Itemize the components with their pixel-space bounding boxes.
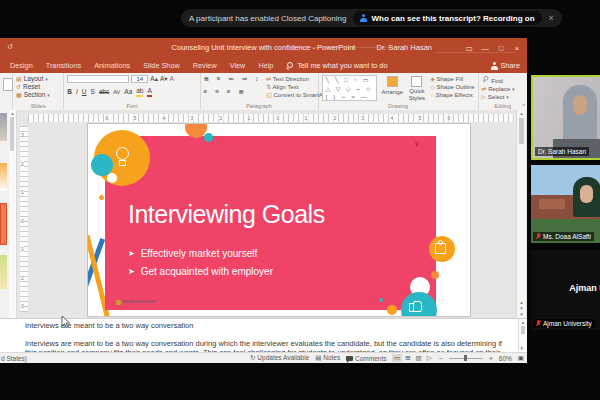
editing-group: Find ⇄ Replace ▾ ▷ Select ▾ Editing ^ — [479, 73, 527, 110]
zoom-in-button[interactable]: + — [489, 355, 493, 362]
tab-transitions[interactable]: Transitions — [46, 61, 81, 70]
normal-view-icon[interactable]: ▭ — [392, 354, 401, 362]
slide-work-area: ▴ 65 43 21 01 23 45 6 32 10 12 3 — [0, 110, 527, 318]
logo-emblem — [116, 300, 121, 305]
close-icon[interactable]: × — [509, 44, 525, 53]
slide-canvas[interactable]: 3 Interviewing Goals ➤ Effectively marke… — [88, 124, 470, 316]
slides-group: ▤Layout▾ ↺Reset ▦Section▾ Slides — [13, 73, 64, 110]
new-slide-button-partial[interactable] — [0, 73, 13, 110]
tab-view[interactable]: View — [230, 61, 246, 70]
thumb-scroll-up-icon[interactable]: ▴ — [11, 110, 14, 116]
slide-thumbnail-3-selected[interactable] — [0, 203, 7, 245]
bullet-arrow-icon: ➤ — [128, 267, 135, 276]
comments-toggle[interactable]: Comments — [346, 355, 386, 362]
align-text-button[interactable]: ⇅ Align Text — [266, 83, 326, 91]
find-button[interactable]: Find — [482, 75, 524, 85]
shape-effects-button[interactable]: ◌ Shape Effects — [430, 91, 474, 99]
transcript-visibility-button[interactable]: Who can see this transcript? Recording o… — [353, 11, 541, 25]
tab-design[interactable]: Design — [10, 61, 33, 70]
notes-scroll-up-icon[interactable]: ▴ — [522, 319, 525, 325]
shape-fill-button[interactable]: ◈ Shape Fill — [430, 75, 474, 83]
layout-button[interactable]: ▤Layout▾ — [16, 75, 60, 83]
notes-scrollbar[interactable]: ▴ ▾ — [518, 319, 527, 351]
strikethrough-button[interactable]: abc — [99, 88, 109, 96]
slide-thumbnail-1[interactable] — [0, 113, 7, 141]
section-button[interactable]: ▦Section▾ — [16, 91, 60, 99]
notes-scroll-down-icon[interactable]: ▾ — [521, 345, 524, 351]
tab-help[interactable]: Help — [258, 61, 273, 70]
participants-strip: Dr. Sarah Hasan Ms. Doaa AlSafti Ajman U… — [531, 0, 600, 400]
zoom-slider-thumb[interactable] — [464, 355, 467, 361]
slide-thumbnail-panel[interactable] — [0, 110, 9, 318]
participant-nameplate: Ms. Doaa AlSafti — [533, 232, 594, 241]
collapse-ribbon-icon[interactable]: ^ — [522, 103, 525, 109]
scrollbar-thumb[interactable] — [519, 118, 524, 144]
reading-view-icon[interactable]: ▥ — [414, 354, 423, 362]
restore-icon[interactable]: □ — [493, 44, 509, 53]
alignment-buttons[interactable]: ≡ ≡ ≡ ≣ — [204, 88, 262, 96]
tell-me-box[interactable]: Tell me what you want to do — [286, 61, 387, 70]
italic-button[interactable]: I — [76, 88, 78, 96]
minimize-icon[interactable]: — — [477, 44, 493, 53]
shape-outline-button[interactable]: ◇ Shape Outline — [430, 83, 474, 91]
scroll-up-icon[interactable]: ▴ — [520, 110, 523, 116]
notes-pane[interactable]: Interviews are meant to be a two way con… — [0, 318, 527, 352]
slide-scrollbar[interactable]: ▴ ▴ ▾ ▾ — [516, 110, 526, 318]
zoom-out-button[interactable]: − — [439, 355, 443, 362]
slide-bullet-1[interactable]: ➤ Effectively market yourself — [128, 248, 257, 259]
shrink-font-button[interactable]: A▾ — [160, 75, 168, 83]
clear-formatting-button[interactable]: A — [170, 75, 174, 83]
share-button[interactable]: Share — [491, 61, 520, 70]
participant-nameplate: Dr. Sarah Hasan — [535, 147, 589, 156]
shadow-button[interactable]: S — [91, 88, 95, 96]
paragraph-group-label: Paragraph — [201, 103, 318, 109]
notes-toggle[interactable]: ▤ Notes — [315, 354, 340, 362]
zoom-level[interactable]: 60% — [499, 355, 512, 362]
thumbnail-scrollbar[interactable]: ▴ — [9, 110, 17, 318]
slide-thumbnail-2[interactable] — [0, 163, 7, 191]
font-size-combobox[interactable]: 14 — [131, 75, 148, 83]
tab-animations[interactable]: Animations — [94, 61, 130, 70]
underline-button[interactable]: U — [82, 88, 87, 96]
slide-content-block[interactable]: 3 Interviewing Goals ➤ Effectively marke… — [105, 136, 436, 310]
font-name-combobox[interactable] — [67, 75, 129, 83]
list-indent-buttons[interactable]: ≣ ≡ ⇐ ⇒ ↕ — [204, 75, 262, 83]
video-tile-doaa[interactable]: Ms. Doaa AlSafti — [531, 165, 600, 243]
convert-smartart-button[interactable]: ◱ Convert to SmartArt — [266, 91, 326, 99]
language-status-partial[interactable]: d States) — [1, 355, 27, 362]
participant-face — [573, 95, 587, 115]
fit-slide-icon[interactable]: ▣ — [518, 354, 524, 362]
zoom-slider[interactable] — [449, 358, 483, 359]
text-direction-button[interactable]: ⇄ Text Direction — [266, 75, 326, 83]
signed-in-user[interactable]: Dr. Sarah Hasan — [377, 38, 432, 58]
video-tile-ajman[interactable]: Ajman University Ajman University — [531, 250, 600, 330]
ribbon-display-options-icon[interactable]: ▭ — [461, 44, 477, 53]
scroll-down-icon[interactable]: ▾ — [517, 311, 526, 317]
replace-button[interactable]: ⇄ Replace ▾ — [482, 85, 524, 93]
bullet-arrow-icon: ➤ — [128, 249, 135, 258]
video-tile-sarah[interactable]: Dr. Sarah Hasan — [531, 75, 600, 160]
shapes-gallery[interactable]: ╲ ╲ □ ○ ▭ △ ▽ ◇ ⌐ ☆ { } ∼ ≈ — — [322, 75, 378, 101]
slide-title[interactable]: Interviewing Goals — [128, 200, 325, 229]
slide-sorter-view-icon[interactable]: ⊞ — [404, 354, 412, 362]
participant-silhouette — [563, 85, 597, 145]
font-color-button[interactable]: A — [147, 87, 151, 97]
ribbon-tab-row: Design Transitions Animations Slide Show… — [0, 58, 527, 73]
highlight-color-button[interactable]: ab — [136, 87, 143, 97]
bold-button[interactable]: B — [67, 88, 72, 96]
updates-available[interactable]: ↻ Updates Available — [250, 354, 309, 362]
participant-nameplate: Ajman University — [533, 319, 595, 328]
select-button[interactable]: ▷ Select ▾ — [482, 93, 524, 101]
slideshow-view-icon[interactable]: ▷ — [425, 354, 433, 362]
slide-thumbnail-4[interactable] — [0, 255, 7, 289]
reset-button[interactable]: ↺Reset — [16, 83, 60, 91]
character-spacing-button[interactable]: AV — [113, 88, 120, 96]
titlebar: ↺ Counseling Unit Interview with confide… — [0, 38, 527, 58]
arrange-button[interactable]: Arrange — [381, 75, 403, 96]
change-case-button[interactable]: Aa — [124, 88, 132, 96]
quick-styles-button[interactable]: Quick Styles — [407, 75, 426, 101]
tab-review[interactable]: Review — [193, 61, 217, 70]
tab-slide-show[interactable]: Slide Show — [143, 61, 180, 70]
slide-bullet-2[interactable]: ➤ Get acquainted with employer — [128, 266, 273, 277]
grow-font-button[interactable]: A▴ — [150, 75, 158, 83]
